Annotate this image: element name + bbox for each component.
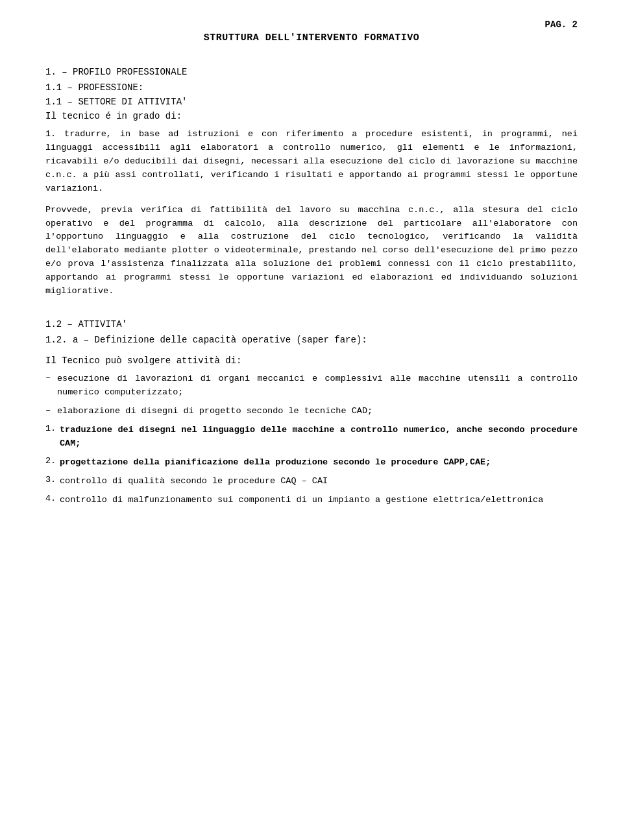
section2-sub1: 1.2. a – Definizione delle capacità oper…	[45, 335, 578, 345]
page-title: STRUTTURA DELL'INTERVENTO FORMATIVO	[45, 32, 578, 43]
numbered-item-1: 1. traduzione dei disegni nel linguaggio…	[45, 424, 578, 451]
numbered-item-1-text: traduzione dei disegni nel linguaggio de…	[60, 424, 578, 451]
section1-intro: Il tecnico é in grado di:	[45, 111, 578, 121]
numbered-item-3-text: controllo di qualità secondo le procedur…	[60, 475, 578, 488]
dash-list: – esecuzione di lavorazioni di organi me…	[45, 372, 578, 418]
dash-item-2-text: elaborazione di disegni di progetto seco…	[57, 405, 578, 418]
numbered-item-4-text: controllo di malfunzionamento sui compon…	[60, 494, 578, 507]
section1-sub1: 1.1 – PROFESSIONE:	[45, 82, 578, 93]
dash-item-1-text: esecuzione di lavorazioni di organi mecc…	[57, 372, 578, 400]
section1-paragraph2: Provvede, previa verifica di fattibilità…	[45, 204, 578, 298]
section2-intro: Il Tecnico può svolgere attività di:	[45, 355, 578, 366]
dash-item-1: – esecuzione di lavorazioni di organi me…	[45, 372, 578, 400]
dash-icon-2: –	[45, 405, 57, 418]
dash-icon-1: –	[45, 372, 57, 400]
numbered-item-4: 4. controllo di malfunzionamento sui com…	[45, 494, 578, 507]
numbered-item-2-text: progettazione della pianificazione della…	[60, 456, 578, 470]
page-number: PAG. 2	[545, 19, 578, 30]
section1-paragraph1: 1. tradurre, in base ad istruzioni e con…	[45, 128, 578, 196]
numbered-item-3: 3. controllo di qualità secondo le proce…	[45, 475, 578, 488]
num-4: 4.	[45, 494, 60, 507]
num-2: 2.	[45, 456, 60, 470]
numbered-list: 1. traduzione dei disegni nel linguaggio…	[45, 424, 578, 507]
num-3: 3.	[45, 475, 60, 488]
num-1: 1.	[45, 424, 60, 451]
section1-heading: 1. – PROFILO PROFESSIONALE	[45, 67, 578, 77]
page: PAG. 2 STRUTTURA DELL'INTERVENTO FORMATI…	[0, 0, 623, 840]
section1-sub2: 1.1 – SETTORE DI ATTIVITA'	[45, 97, 578, 107]
numbered-item-2: 2. progettazione della pianificazione de…	[45, 456, 578, 470]
section2-heading: 1.2 – ATTIVITA'	[45, 319, 578, 330]
dash-item-2: – elaborazione di disegni di progetto se…	[45, 405, 578, 418]
